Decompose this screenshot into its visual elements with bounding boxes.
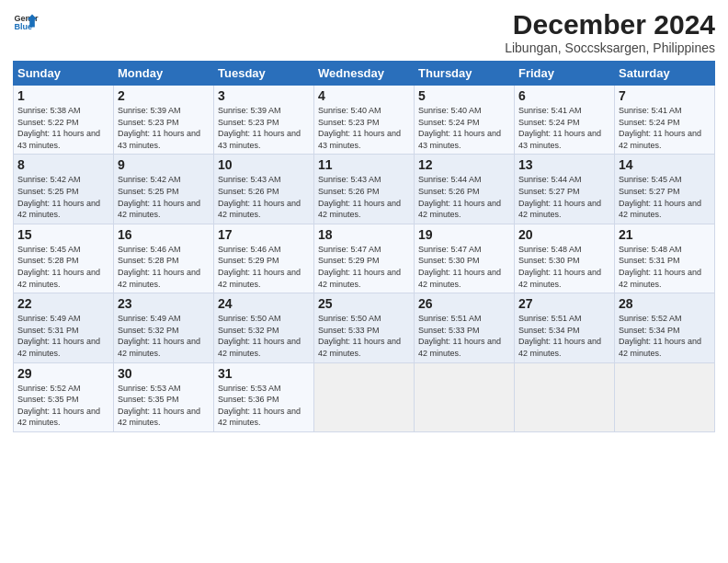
day-content: Sunrise: 5:50 AM Sunset: 5:32 PM Dayligh…: [218, 313, 310, 359]
day-content: Sunrise: 5:50 AM Sunset: 5:33 PM Dayligh…: [318, 313, 410, 359]
day-number: 12: [418, 157, 510, 172]
day-content: Sunrise: 5:47 AM Sunset: 5:30 PM Dayligh…: [418, 244, 510, 290]
day-number: 21: [619, 227, 711, 242]
title-block: December 2024 Libungan, Soccsksargen, Ph…: [505, 9, 715, 55]
header-row: Sunday Monday Tuesday Wednesday Thursday…: [14, 62, 715, 86]
day-content: Sunrise: 5:45 AM Sunset: 5:28 PM Dayligh…: [17, 244, 109, 290]
table-row: 31Sunrise: 5:53 AM Sunset: 5:36 PM Dayli…: [214, 362, 314, 431]
table-row: 10Sunrise: 5:43 AM Sunset: 5:26 PM Dayli…: [214, 155, 314, 224]
table-row: 19Sunrise: 5:47 AM Sunset: 5:30 PM Dayli…: [415, 224, 515, 293]
day-number: 8: [17, 157, 109, 172]
table-row: 20Sunrise: 5:48 AM Sunset: 5:30 PM Dayli…: [515, 224, 615, 293]
calendar-table: Sunday Monday Tuesday Wednesday Thursday…: [13, 61, 715, 432]
table-row: 16Sunrise: 5:46 AM Sunset: 5:28 PM Dayli…: [114, 224, 214, 293]
day-content: Sunrise: 5:46 AM Sunset: 5:28 PM Dayligh…: [118, 244, 210, 290]
day-number: 29: [17, 366, 109, 381]
table-row: 28Sunrise: 5:52 AM Sunset: 5:34 PM Dayli…: [615, 293, 715, 362]
table-row: 21Sunrise: 5:48 AM Sunset: 5:31 PM Dayli…: [615, 224, 715, 293]
day-number: 2: [118, 88, 210, 103]
day-number: 5: [418, 88, 510, 103]
table-row: [415, 362, 515, 431]
day-number: 1: [17, 88, 109, 103]
table-row: 8Sunrise: 5:42 AM Sunset: 5:25 PM Daylig…: [14, 155, 114, 224]
day-number: 9: [118, 157, 210, 172]
day-number: 11: [318, 157, 410, 172]
table-row: [515, 362, 615, 431]
day-number: 24: [218, 296, 310, 311]
day-number: 19: [418, 227, 510, 242]
day-content: Sunrise: 5:39 AM Sunset: 5:23 PM Dayligh…: [218, 105, 310, 151]
table-row: 3Sunrise: 5:39 AM Sunset: 5:23 PM Daylig…: [214, 86, 314, 155]
table-row: [615, 362, 715, 431]
col-sunday: Sunday: [14, 62, 114, 86]
day-number: 16: [118, 227, 210, 242]
day-number: 10: [218, 157, 310, 172]
table-row: 4Sunrise: 5:40 AM Sunset: 5:23 PM Daylig…: [314, 86, 415, 155]
day-number: 26: [418, 296, 510, 311]
day-number: 30: [118, 366, 210, 381]
subtitle: Libungan, Soccsksargen, Philippines: [505, 40, 715, 55]
calendar-page: General Blue December 2024 Libungan, Soc…: [0, 0, 728, 563]
table-row: [314, 362, 415, 431]
table-row: 29Sunrise: 5:52 AM Sunset: 5:35 PM Dayli…: [14, 362, 114, 431]
day-content: Sunrise: 5:48 AM Sunset: 5:30 PM Dayligh…: [518, 244, 610, 290]
day-number: 28: [619, 296, 711, 311]
day-content: Sunrise: 5:38 AM Sunset: 5:22 PM Dayligh…: [17, 105, 109, 151]
col-monday: Monday: [114, 62, 214, 86]
col-wednesday: Wednesday: [314, 62, 415, 86]
day-number: 31: [218, 366, 310, 381]
day-number: 3: [218, 88, 310, 103]
day-content: Sunrise: 5:46 AM Sunset: 5:29 PM Dayligh…: [218, 244, 310, 290]
table-row: 14Sunrise: 5:45 AM Sunset: 5:27 PM Dayli…: [615, 155, 715, 224]
day-content: Sunrise: 5:40 AM Sunset: 5:23 PM Dayligh…: [318, 105, 410, 151]
day-content: Sunrise: 5:53 AM Sunset: 5:35 PM Dayligh…: [118, 383, 210, 429]
day-content: Sunrise: 5:41 AM Sunset: 5:24 PM Dayligh…: [619, 105, 711, 151]
table-row: 13Sunrise: 5:44 AM Sunset: 5:27 PM Dayli…: [515, 155, 615, 224]
day-number: 17: [218, 227, 310, 242]
day-content: Sunrise: 5:53 AM Sunset: 5:36 PM Dayligh…: [218, 383, 310, 429]
day-number: 25: [318, 296, 410, 311]
calendar-week-row: 1Sunrise: 5:38 AM Sunset: 5:22 PM Daylig…: [14, 86, 715, 155]
table-row: 30Sunrise: 5:53 AM Sunset: 5:35 PM Dayli…: [114, 362, 214, 431]
col-thursday: Thursday: [415, 62, 515, 86]
table-row: 24Sunrise: 5:50 AM Sunset: 5:32 PM Dayli…: [214, 293, 314, 362]
day-content: Sunrise: 5:51 AM Sunset: 5:34 PM Dayligh…: [518, 313, 610, 359]
day-number: 4: [318, 88, 410, 103]
table-row: 23Sunrise: 5:49 AM Sunset: 5:32 PM Dayli…: [114, 293, 214, 362]
day-content: Sunrise: 5:44 AM Sunset: 5:27 PM Dayligh…: [518, 174, 610, 220]
day-content: Sunrise: 5:48 AM Sunset: 5:31 PM Dayligh…: [619, 244, 711, 290]
col-saturday: Saturday: [615, 62, 715, 86]
page-header: General Blue December 2024 Libungan, Soc…: [13, 9, 715, 55]
day-content: Sunrise: 5:51 AM Sunset: 5:33 PM Dayligh…: [418, 313, 510, 359]
calendar-week-row: 29Sunrise: 5:52 AM Sunset: 5:35 PM Dayli…: [14, 362, 715, 431]
table-row: 27Sunrise: 5:51 AM Sunset: 5:34 PM Dayli…: [515, 293, 615, 362]
logo-icon: General Blue: [13, 9, 39, 35]
table-row: 25Sunrise: 5:50 AM Sunset: 5:33 PM Dayli…: [314, 293, 415, 362]
table-row: 2Sunrise: 5:39 AM Sunset: 5:23 PM Daylig…: [114, 86, 214, 155]
day-number: 6: [518, 88, 610, 103]
day-number: 23: [118, 296, 210, 311]
day-number: 15: [17, 227, 109, 242]
day-content: Sunrise: 5:40 AM Sunset: 5:24 PM Dayligh…: [418, 105, 510, 151]
logo: General Blue: [13, 9, 39, 35]
table-row: 6Sunrise: 5:41 AM Sunset: 5:24 PM Daylig…: [515, 86, 615, 155]
day-content: Sunrise: 5:45 AM Sunset: 5:27 PM Dayligh…: [619, 174, 711, 220]
calendar-week-row: 8Sunrise: 5:42 AM Sunset: 5:25 PM Daylig…: [14, 155, 715, 224]
table-row: 12Sunrise: 5:44 AM Sunset: 5:26 PM Dayli…: [415, 155, 515, 224]
day-content: Sunrise: 5:47 AM Sunset: 5:29 PM Dayligh…: [318, 244, 410, 290]
calendar-week-row: 15Sunrise: 5:45 AM Sunset: 5:28 PM Dayli…: [14, 224, 715, 293]
day-content: Sunrise: 5:39 AM Sunset: 5:23 PM Dayligh…: [118, 105, 210, 151]
day-content: Sunrise: 5:42 AM Sunset: 5:25 PM Dayligh…: [118, 174, 210, 220]
table-row: 7Sunrise: 5:41 AM Sunset: 5:24 PM Daylig…: [615, 86, 715, 155]
table-row: 11Sunrise: 5:43 AM Sunset: 5:26 PM Dayli…: [314, 155, 415, 224]
table-row: 26Sunrise: 5:51 AM Sunset: 5:33 PM Dayli…: [415, 293, 515, 362]
day-content: Sunrise: 5:52 AM Sunset: 5:34 PM Dayligh…: [619, 313, 711, 359]
col-tuesday: Tuesday: [214, 62, 314, 86]
table-row: 9Sunrise: 5:42 AM Sunset: 5:25 PM Daylig…: [114, 155, 214, 224]
col-friday: Friday: [515, 62, 615, 86]
day-content: Sunrise: 5:41 AM Sunset: 5:24 PM Dayligh…: [518, 105, 610, 151]
svg-text:Blue: Blue: [14, 22, 32, 31]
main-title: December 2024: [505, 9, 715, 40]
day-content: Sunrise: 5:43 AM Sunset: 5:26 PM Dayligh…: [218, 174, 310, 220]
day-number: 27: [518, 296, 610, 311]
